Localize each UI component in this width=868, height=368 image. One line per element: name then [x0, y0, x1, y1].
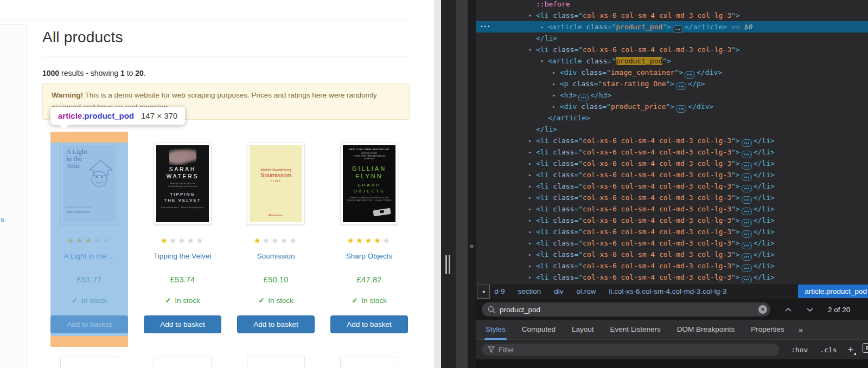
dom-tree-row[interactable]: ▸<li class="col-xs-6 col-sm-4 col-md-3 c… — [476, 203, 868, 215]
product-thumbnail[interactable]: SARAHWATERSBESTSELLING AUTHOR OFThe Litt… — [154, 143, 212, 225]
expand-arrow-closed[interactable]: ▸ — [528, 158, 532, 169]
expand-arrow-open[interactable]: ▾ — [528, 44, 532, 55]
dom-tree-row[interactable]: ▾<li class="col-xs-6 col-sm-4 col-md-3 c… — [476, 10, 868, 21]
inline-expand-icon[interactable] — [742, 185, 752, 192]
tab-layout[interactable]: Layout — [572, 320, 594, 340]
expand-arrow-closed[interactable]: ▸ — [552, 101, 556, 112]
tab-styles[interactable]: Styles — [486, 320, 506, 340]
expand-arrow-closed[interactable]: ▸ — [528, 237, 532, 249]
toggle-hover-state[interactable]: :hov — [791, 346, 808, 354]
dom-tree-row[interactable]: ▸<li class="col-xs-6 col-sm-4 col-md-3 c… — [476, 226, 868, 237]
dom-tree-row[interactable]: </article> — [476, 112, 868, 124]
inline-expand-icon[interactable] — [742, 264, 752, 272]
dom-tree-row[interactable]: ▸<h3></h3> — [476, 89, 868, 101]
inline-expand-icon[interactable] — [742, 253, 752, 261]
expand-arrow-closed[interactable]: ▸ — [552, 89, 556, 101]
dom-tree-row[interactable]: ▸<li class="col-xs-6 col-sm-4 col-md-3 c… — [476, 135, 868, 146]
dom-tree-row[interactable]: ▸<p class="star-rating One"></p> — [476, 78, 868, 89]
tab-computed[interactable]: Computed — [522, 320, 556, 340]
clipped-toolbar-icon[interactable] — [863, 343, 868, 353]
product-thumbnail[interactable]: NEW YORK TIMES BESTSELLERAUTHOR OF THE#1… — [340, 143, 398, 225]
add-to-basket-button[interactable]: Add to basket — [144, 315, 221, 333]
dom-tree-row[interactable]: ▸<li class="col-xs-6 col-sm-4 col-md-3 c… — [476, 146, 868, 158]
inline-expand-icon[interactable] — [742, 173, 752, 181]
inline-expand-icon[interactable] — [673, 25, 683, 33]
inline-expand-icon[interactable] — [742, 219, 752, 227]
inline-expand-icon[interactable] — [742, 208, 752, 215]
dom-tree-row[interactable]: ▸<li class="col-xs-6 col-sm-4 col-md-3 c… — [476, 215, 868, 226]
breadcrumb-item-3[interactable]: ol.row — [577, 287, 596, 295]
expand-arrow-closed[interactable]: ▸ — [528, 203, 532, 215]
breadcrumb-item-1[interactable]: section — [518, 287, 541, 295]
split-drag-handle[interactable] — [449, 255, 450, 274]
product-title-link[interactable]: Soumission — [237, 252, 315, 261]
dom-tree-row[interactable]: ▸<li class="col-xs-6 col-sm-4 col-md-3 c… — [476, 272, 868, 283]
expand-arrow-closed[interactable]: ▸ — [528, 226, 532, 237]
search-input[interactable]: product_pod × — [482, 302, 770, 317]
dom-tree-row[interactable]: ▸<li class="col-xs-6 col-sm-4 col-md-3 c… — [476, 158, 868, 169]
product-title-link[interactable]: Sharp Objects — [330, 252, 408, 261]
expand-arrow-closed[interactable]: ▸ — [528, 180, 532, 192]
dom-tree-row[interactable]: ▾<li class="col-xs-6 col-sm-4 col-md-3 c… — [476, 44, 868, 55]
expand-arrow-closed[interactable]: ▸ — [540, 21, 544, 33]
inline-expand-icon[interactable] — [676, 105, 686, 113]
add-to-basket-button[interactable]: Add to basket — [237, 315, 315, 333]
breadcrumb-item-2[interactable]: div — [554, 287, 563, 295]
inline-expand-icon[interactable] — [685, 71, 695, 79]
expand-arrow-open[interactable]: ▾ — [528, 10, 532, 21]
add-to-basket-button[interactable]: Add to basket — [330, 315, 408, 333]
more-tabs-icon[interactable]: » — [799, 325, 802, 334]
dom-tree-row[interactable]: ▸<li class="col-xs-6 col-sm-4 col-md-3 c… — [476, 192, 868, 203]
dom-tree-row-selected[interactable]: •••▸<article class="product_pod"></artic… — [476, 21, 868, 33]
tab-dom-breakpoints[interactable]: DOM Breakpoints — [677, 320, 735, 340]
dom-tree[interactable]: ::before▾<li class="col-xs-6 col-sm-4 co… — [476, 0, 868, 283]
breadcrumb-back-button[interactable]: ◂ — [477, 285, 490, 299]
dom-tree-row[interactable]: </li> — [476, 124, 868, 135]
dom-tree-row[interactable]: ▸<li class="col-xs-6 col-sm-4 col-md-3 c… — [476, 169, 868, 180]
inline-expand-icon[interactable] — [742, 139, 752, 147]
split-drag-handle[interactable] — [445, 255, 447, 274]
inline-expand-icon[interactable] — [578, 94, 589, 101]
dom-tree-row[interactable]: ▸<li class="col-xs-6 col-sm-4 col-md-3 c… — [476, 260, 868, 272]
expand-arrow-closed[interactable]: ▸ — [528, 215, 532, 226]
expand-arrow-closed[interactable]: ▸ — [552, 78, 556, 89]
expand-arrow-closed[interactable]: ▸ — [528, 169, 532, 180]
inline-expand-icon[interactable] — [742, 196, 752, 204]
new-style-rule-icon[interactable]: + — [848, 345, 854, 354]
breadcrumb-item-4[interactable]: li.col-xs-6.col-sm-4.col-md-3.col-lg-3 — [609, 287, 727, 295]
dom-tree-row[interactable]: ▾<article class="product_pod"> — [476, 55, 868, 67]
expand-arrow-closed[interactable]: ▸ — [528, 146, 532, 158]
expand-arrow-closed[interactable]: ▸ — [528, 192, 532, 203]
dom-tree-row[interactable]: ▸<li class="col-xs-6 col-sm-4 col-md-3 c… — [476, 237, 868, 249]
dom-tree-row[interactable]: ▸<div class="image_container"></div> — [476, 67, 868, 78]
inline-expand-icon[interactable] — [742, 242, 752, 249]
search-previous-icon[interactable] — [784, 307, 792, 312]
style-filter-input[interactable]: Filter — [482, 344, 779, 356]
inline-expand-icon[interactable] — [742, 276, 752, 283]
expand-arrow-open[interactable]: ▾ — [540, 55, 544, 67]
tab-event-listeners[interactable]: Event Listeners — [610, 320, 661, 340]
breadcrumb-selected[interactable]: article.product_pod — [798, 285, 868, 298]
dom-tree-row[interactable]: ::before — [476, 0, 868, 10]
expand-arrow-closed[interactable]: ▸ — [528, 272, 532, 283]
scrollbar-dot[interactable] — [470, 244, 474, 248]
expand-arrow-closed[interactable]: ▸ — [552, 67, 556, 78]
inline-expand-icon[interactable] — [742, 162, 752, 170]
dom-tree-row[interactable]: </li> — [476, 33, 868, 44]
product-title-link[interactable]: Tipping the Velvet — [144, 252, 221, 261]
dom-tree-row[interactable]: ▸<div class="product_price"></div> — [476, 101, 868, 112]
sidebar-link-fragment[interactable]: s — [1, 216, 4, 224]
dom-tree-row[interactable]: ▸<li class="col-xs-6 col-sm-4 col-md-3 c… — [476, 180, 868, 192]
dom-tree-row[interactable]: ▸<li class="col-xs-6 col-sm-4 col-md-3 c… — [476, 249, 868, 260]
toggle-classes[interactable]: .cls — [820, 346, 837, 354]
inline-expand-icon[interactable] — [676, 82, 686, 90]
expand-arrow-closed[interactable]: ▸ — [528, 135, 532, 146]
expand-arrow-closed[interactable]: ▸ — [528, 260, 532, 272]
tab-properties[interactable]: Properties — [751, 320, 784, 340]
inline-expand-icon[interactable] — [742, 151, 752, 158]
breadcrumb-item-0[interactable]: d-9 — [494, 287, 505, 295]
search-next-icon[interactable] — [806, 307, 814, 312]
product-thumbnail[interactable]: Michel HouellebecqSoumissionROMANFlammar… — [247, 143, 305, 225]
inline-expand-icon[interactable] — [742, 230, 752, 238]
expand-arrow-closed[interactable]: ▸ — [528, 249, 532, 260]
